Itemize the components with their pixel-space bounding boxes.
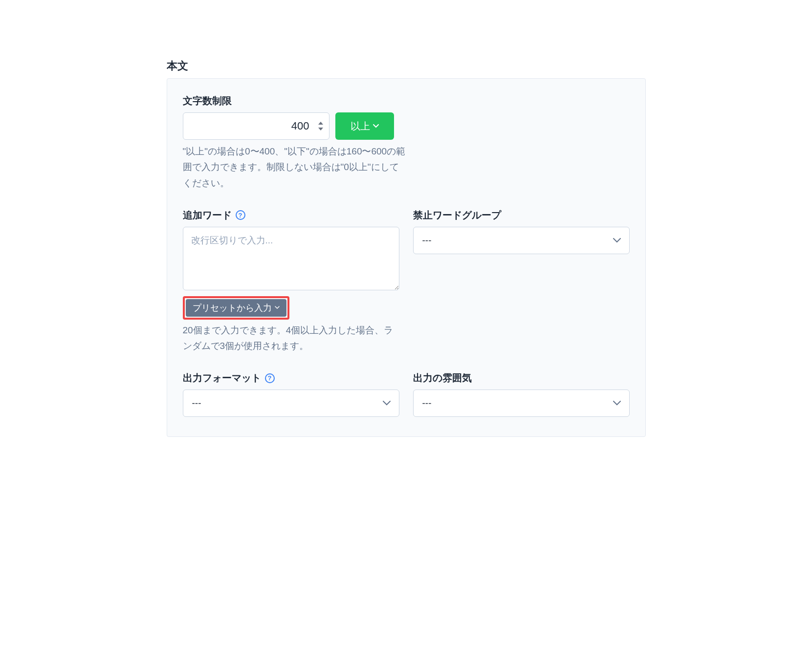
output-format-select-wrapper: --- xyxy=(183,390,399,417)
spinner-buttons xyxy=(317,120,325,132)
spinner-down[interactable] xyxy=(317,126,325,132)
chevron-down-icon xyxy=(373,124,379,128)
additional-words-input[interactable] xyxy=(183,227,399,290)
chevron-down-icon xyxy=(275,306,280,309)
preset-button-label: プリセットから入力 xyxy=(193,302,272,314)
output-mood-group: 出力の雰囲気 --- xyxy=(413,371,630,417)
forbidden-words-group: 禁止ワードグループ --- xyxy=(413,209,630,372)
forbidden-words-select-wrapper: --- xyxy=(413,227,630,254)
char-limit-row: 以上 xyxy=(183,112,413,140)
words-row: 追加ワード ? プリセットから入力 20個まで入力できます。4個以上入力した場合… xyxy=(183,209,630,372)
output-format-select[interactable]: --- xyxy=(183,390,399,417)
caret-down-icon xyxy=(318,128,323,130)
range-condition-button[interactable]: 以上 xyxy=(335,112,394,140)
preset-button-highlight: プリセットから入力 xyxy=(183,296,289,320)
char-limit-input-wrapper xyxy=(183,112,329,140)
additional-words-label: 追加ワード xyxy=(183,209,232,222)
output-format-label-row: 出力フォーマット ? xyxy=(183,371,399,385)
additional-words-label-row: 追加ワード ? xyxy=(183,209,399,222)
forbidden-words-select[interactable]: --- xyxy=(413,227,630,254)
forbidden-words-selected: --- xyxy=(422,235,432,246)
help-icon[interactable]: ? xyxy=(236,210,245,220)
output-mood-label: 出力の雰囲気 xyxy=(413,371,630,385)
char-limit-input[interactable] xyxy=(183,112,329,140)
spinner-up[interactable] xyxy=(317,120,325,126)
range-condition-label: 以上 xyxy=(351,120,370,133)
main-container: 本文 文字数制限 以上 xyxy=(167,59,646,437)
char-limit-label: 文字数制限 xyxy=(183,94,413,108)
output-format-group: 出力フォーマット ? --- xyxy=(183,371,399,417)
additional-words-group: 追加ワード ? プリセットから入力 20個まで入力できます。4個以上入力した場合… xyxy=(183,209,399,354)
output-mood-selected: --- xyxy=(422,398,432,409)
output-format-label: 出力フォーマット xyxy=(183,371,261,385)
output-mood-select-wrapper: --- xyxy=(413,390,630,417)
additional-words-help: 20個まで入力できます。4個以上入力した場合、ランダムで3個が使用されます。 xyxy=(183,323,399,354)
forbidden-words-label: 禁止ワードグループ xyxy=(413,209,630,222)
settings-panel: 文字数制限 以上 xyxy=(167,78,646,437)
output-mood-select[interactable]: --- xyxy=(413,390,630,417)
caret-up-icon xyxy=(318,122,323,125)
section-title: 本文 xyxy=(167,59,646,73)
output-format-selected: --- xyxy=(192,398,201,409)
preset-input-button[interactable]: プリセットから入力 xyxy=(186,299,286,317)
char-limit-group: 文字数制限 以上 xyxy=(183,94,413,191)
help-icon[interactable]: ? xyxy=(265,373,275,383)
char-limit-help: "以上"の場合は0〜400、"以下"の場合は160〜600の範囲で入力できます。… xyxy=(183,144,408,191)
output-row: 出力フォーマット ? --- 出力の雰囲気 --- xyxy=(183,371,630,417)
